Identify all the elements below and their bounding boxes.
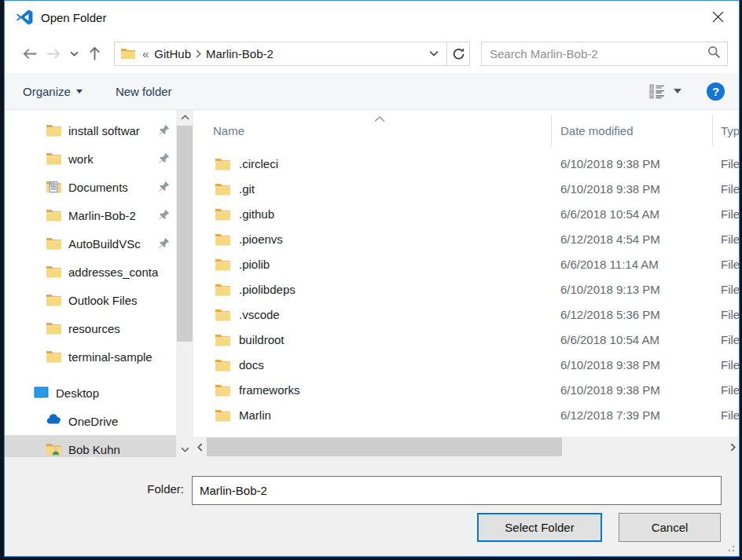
sidebar-item-label: Desktop <box>56 386 99 400</box>
breadcrumb-overflow-button[interactable]: « <box>138 47 151 60</box>
sidebar-item-label: Marlin-Bob-2 <box>68 209 136 222</box>
file-name: .circleci <box>239 157 278 170</box>
file-row--circleci[interactable]: .circleci6/10/2018 9:38 PMFile <box>193 152 739 178</box>
pin-icon <box>158 181 170 192</box>
breadcrumb-chevron-icon[interactable] <box>194 49 203 58</box>
file-date-modified: 6/12/2018 5:36 PM <box>560 308 660 321</box>
organize-menu[interactable]: Organize <box>23 85 83 98</box>
pin-icon <box>158 209 170 221</box>
select-folder-button[interactable]: Select Folder <box>477 513 602 542</box>
resize-grip[interactable] <box>725 542 736 553</box>
file-name: frameworks <box>239 383 300 397</box>
sidebar-item-label: AutoBuildVSc <box>68 237 141 251</box>
file-type: File <box>721 383 739 397</box>
recent-locations-chevron-icon[interactable] <box>65 42 83 65</box>
sort-ascending-icon <box>374 111 385 124</box>
file-row-buildroot[interactable]: buildroot6/6/2018 10:54 AMFile <box>193 328 739 353</box>
sidebar-scrollbar[interactable] <box>176 110 193 457</box>
sidebar-item-resources[interactable]: resources <box>5 314 176 342</box>
column-header-date-modified[interactable]: Date modified <box>560 124 634 137</box>
file-row--pioenvs[interactable]: .pioenvs6/12/2018 4:54 PMFile <box>193 228 739 253</box>
file-type: File <box>721 308 739 321</box>
sidebar-nav: install softwarworkDocumentsMarlin-Bob-2… <box>5 110 176 457</box>
scroll-left-icon[interactable] <box>193 437 206 457</box>
file-row--github[interactable]: .github6/6/2018 10:54 AMFile <box>193 203 739 228</box>
address-bar[interactable]: « GitHub Marlin-Bob-2 <box>114 42 447 66</box>
horizontal-scrollbar[interactable] <box>193 437 739 457</box>
file-row-frameworks[interactable]: frameworks6/10/2018 9:38 PMFile <box>193 379 739 404</box>
sidebar-item-addresses-conta[interactable]: addresses_conta <box>5 258 176 286</box>
up-arrow-icon[interactable] <box>83 42 106 65</box>
sidebar-item-label: Documents <box>68 181 128 194</box>
sidebar-item-label: resources <box>68 322 120 335</box>
scroll-up-icon[interactable] <box>176 110 193 125</box>
search-icon[interactable] <box>707 46 721 62</box>
folder-label: Folder: <box>115 482 184 496</box>
column-header-name[interactable]: Name <box>213 124 244 137</box>
file-row--vscode[interactable]: .vscode6/12/2018 5:36 PMFile <box>193 303 739 328</box>
sidebar-item-desktop[interactable]: Desktop <box>5 379 176 407</box>
file-row--git[interactable]: .git6/10/2018 9:38 PMFile <box>193 178 739 203</box>
column-header-type[interactable]: Typ <box>721 124 739 137</box>
close-icon[interactable] <box>700 1 736 32</box>
organize-caret-icon <box>76 90 83 93</box>
file-list: Name Date modified Typ .circleci6/10/201… <box>193 110 739 457</box>
scroll-down-icon[interactable] <box>176 442 193 457</box>
file-type: File <box>721 358 739 372</box>
sidebar-item-bob-kuhn[interactable]: Bob Kuhn <box>5 435 176 457</box>
sidebar-item-documents[interactable]: Documents <box>5 173 176 201</box>
file-date-modified: 6/6/2018 11:14 AM <box>560 258 659 271</box>
sidebar-item-label: Bob Kuhn <box>68 443 120 456</box>
sidebar-item-marlin-bob-2[interactable]: Marlin-Bob-2 <box>5 201 176 229</box>
sidebar-scroll-thumb[interactable] <box>177 126 193 342</box>
file-row--piolibdeps[interactable]: .piolibdeps6/10/2018 9:13 PMFile <box>193 278 739 303</box>
folder-icon <box>215 207 231 221</box>
folder-icon <box>215 408 231 423</box>
file-row--piolib[interactable]: .piolib6/6/2018 11:14 AMFile <box>193 253 739 278</box>
folder-name-input[interactable] <box>192 476 722 505</box>
pin-icon <box>158 152 170 164</box>
new-folder-button[interactable]: New folder <box>116 85 172 98</box>
search-input[interactable] <box>490 47 707 60</box>
folder-icon <box>215 182 231 196</box>
view-caret-icon <box>674 89 681 93</box>
file-name: buildroot <box>239 333 285 346</box>
window-title: Open Folder <box>41 11 106 24</box>
search-box[interactable] <box>481 42 728 66</box>
folder-icon <box>46 293 62 307</box>
column-divider[interactable] <box>551 115 552 146</box>
file-name: .pioenvs <box>239 232 283 246</box>
new-folder-label: New folder <box>116 85 172 98</box>
folder-icon <box>46 265 62 279</box>
sidebar-item-install-softwar[interactable]: install softwar <box>5 116 176 145</box>
breadcrumb-marlin-bob-2[interactable]: Marlin-Bob-2 <box>203 47 277 60</box>
sidebar-item-terminal-sample[interactable]: terminal-sample <box>5 342 176 371</box>
horizontal-scroll-thumb[interactable] <box>207 437 562 456</box>
sidebar-item-work[interactable]: work <box>5 145 176 173</box>
file-row-marlin[interactable]: Marlin6/12/2018 7:39 PMFile <box>193 404 739 429</box>
back-arrow-icon[interactable] <box>18 42 42 65</box>
sidebar-item-onedrive[interactable]: OneDrive <box>5 407 176 435</box>
title-bar: Open Folder <box>5 1 739 34</box>
forward-arrow-icon[interactable] <box>42 42 65 65</box>
folder-icon <box>46 350 62 364</box>
column-divider[interactable] <box>712 115 713 146</box>
cancel-button[interactable]: Cancel <box>619 513 721 542</box>
sidebar-item-label: OneDrive <box>68 415 118 428</box>
address-dropdown-chevron-icon[interactable] <box>424 50 443 57</box>
file-name: .piolib <box>239 258 270 271</box>
refresh-icon[interactable] <box>447 42 470 66</box>
sidebar-item-autobuildvsc[interactable]: AutoBuildVSc <box>5 229 176 258</box>
details-view-icon <box>649 84 666 99</box>
breadcrumb-github[interactable]: GitHub <box>151 47 194 60</box>
file-row-docs[interactable]: docs6/10/2018 9:38 PMFile <box>193 353 739 379</box>
scroll-right-icon[interactable] <box>726 437 739 457</box>
folder-icon <box>46 236 62 251</box>
file-type: File <box>721 333 739 346</box>
change-view-button[interactable] <box>645 81 686 102</box>
folder-icon <box>215 308 231 322</box>
help-button[interactable]: ? <box>707 82 725 101</box>
folder-icon <box>46 123 62 137</box>
sidebar-item-label: install softwar <box>68 124 140 137</box>
sidebar-item-outlook-files[interactable]: Outlook Files <box>5 286 176 314</box>
